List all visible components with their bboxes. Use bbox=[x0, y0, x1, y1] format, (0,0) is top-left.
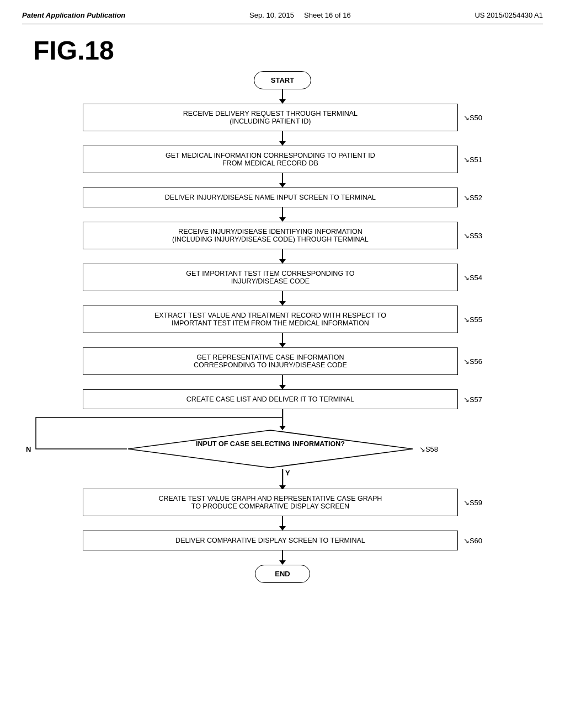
step-s52-box: DELIVER INJURY/DISEASE NAME INPUT SCREEN… bbox=[83, 188, 458, 207]
step-s60-label: ↘S60 bbox=[463, 537, 482, 545]
step-s58-diamond: INPUT OF CASE SELECTING INFORMATION? bbox=[127, 429, 414, 469]
step-row-s52: DELIVER INJURY/DISEASE NAME INPUT SCREEN… bbox=[22, 188, 543, 207]
connector-line bbox=[282, 333, 283, 343]
feedback-loop-section: N INPUT OF CASE SELECTING INFORMATION? ↘… bbox=[73, 409, 492, 489]
step-s55-box: EXTRACT TEST VALUE AND TREATMENT RECORD … bbox=[83, 306, 458, 333]
step-s60-text: DELIVER COMPARATIVE DISPLAY SCREEN TO TE… bbox=[175, 537, 365, 544]
step-s59-label: ↘S59 bbox=[463, 499, 482, 507]
step-s52-label: ↘S52 bbox=[463, 194, 482, 202]
arrow bbox=[279, 301, 286, 306]
arrow bbox=[279, 343, 286, 347]
arrow bbox=[279, 183, 286, 188]
y-connector: Y bbox=[73, 469, 492, 489]
svg-marker-0 bbox=[128, 430, 413, 468]
feedback-connector: N bbox=[73, 409, 492, 429]
step-s54-box: GET IMPORTANT TEST ITEM CORRESPONDING TO… bbox=[83, 264, 458, 291]
step-s57-box: CREATE CASE LIST AND DELIVER IT TO TERMI… bbox=[83, 389, 458, 409]
header-date-sheet: Sep. 10, 2015 Sheet 16 of 16 bbox=[249, 11, 351, 19]
step-row-s51: GET MEDICAL INFORMATION CORRESPONDING TO… bbox=[22, 146, 543, 173]
arrow bbox=[279, 217, 286, 222]
arrow bbox=[279, 259, 286, 264]
flowchart: START RECEIVE DELIVERY REQUEST THROUGH T… bbox=[22, 71, 543, 583]
connector-line bbox=[282, 516, 283, 526]
arrow bbox=[279, 141, 286, 146]
connector-line bbox=[282, 291, 283, 301]
step-s50-label: ↘S50 bbox=[463, 114, 482, 122]
step-s55-text: EXTRACT TEST VALUE AND TREATMENT RECORD … bbox=[154, 312, 386, 327]
step-s53-box: RECEIVE INJURY/DISEASE IDENTIFYING INFOR… bbox=[83, 222, 458, 249]
step-row-s58: INPUT OF CASE SELECTING INFORMATION? ↘S5… bbox=[73, 429, 492, 469]
connector-line bbox=[282, 249, 283, 259]
connector-line bbox=[282, 173, 283, 183]
page-header: Patent Application Publication Sep. 10, … bbox=[22, 11, 543, 24]
step-s51-box: GET MEDICAL INFORMATION CORRESPONDING TO… bbox=[83, 146, 458, 173]
svg-text:INPUT OF CASE SELECTING INFORM: INPUT OF CASE SELECTING INFORMATION? bbox=[196, 440, 345, 448]
v-line bbox=[282, 469, 283, 485]
step-s58-label: ↘S58 bbox=[419, 445, 438, 453]
start-oval: START bbox=[254, 71, 311, 89]
step-row-s56: GET REPRESENTATIVE CASE INFORMATIONCORRE… bbox=[22, 347, 543, 375]
end-oval: END bbox=[255, 565, 310, 583]
step-s59-text: CREATE TEST VALUE GRAPH AND REPRESENTATI… bbox=[158, 495, 382, 510]
step-s54-label: ↘S54 bbox=[463, 274, 482, 282]
step-s59-box: CREATE TEST VALUE GRAPH AND REPRESENTATI… bbox=[83, 489, 458, 516]
arrow bbox=[279, 99, 286, 104]
step-row-s50: RECEIVE DELIVERY REQUEST THROUGH TERMINA… bbox=[22, 104, 543, 131]
step-s53-text: RECEIVE INJURY/DISEASE IDENTIFYING INFOR… bbox=[172, 228, 369, 243]
y-label: Y bbox=[285, 469, 290, 477]
step-s50-text: RECEIVE DELIVERY REQUEST THROUGH TERMINA… bbox=[183, 110, 358, 125]
step-s54-text: GET IMPORTANT TEST ITEM CORRESPONDING TO… bbox=[186, 270, 354, 285]
connector-line bbox=[282, 375, 283, 385]
step-s50-box: RECEIVE DELIVERY REQUEST THROUGH TERMINA… bbox=[83, 104, 458, 131]
connector-line bbox=[282, 550, 283, 560]
step-s57-label: ↘S57 bbox=[463, 395, 482, 404]
step-s51-text: GET MEDICAL INFORMATION CORRESPONDING TO… bbox=[166, 152, 375, 167]
step-s60-box: DELIVER COMPARATIVE DISPLAY SCREEN TO TE… bbox=[83, 531, 458, 550]
step-s52-text: DELIVER INJURY/DISEASE NAME INPUT SCREEN… bbox=[165, 194, 376, 201]
step-row-s53: RECEIVE INJURY/DISEASE IDENTIFYING INFOR… bbox=[22, 222, 543, 249]
step-s53-label: ↘S53 bbox=[463, 232, 482, 240]
figure-title: FIG.18 bbox=[33, 35, 543, 66]
step-s56-label: ↘S56 bbox=[463, 357, 482, 366]
step-row-s54: GET IMPORTANT TEST ITEM CORRESPONDING TO… bbox=[22, 264, 543, 291]
connector-line bbox=[282, 89, 283, 99]
arrow bbox=[279, 526, 286, 531]
connector-line bbox=[282, 207, 283, 217]
header-publication: Patent Application Publication bbox=[22, 11, 125, 19]
step-s55-label: ↘S55 bbox=[463, 315, 482, 324]
step-row-s55: EXTRACT TEST VALUE AND TREATMENT RECORD … bbox=[22, 306, 543, 333]
page: Patent Application Publication Sep. 10, … bbox=[0, 0, 565, 728]
v-line bbox=[282, 409, 283, 426]
step-s57-text: CREATE CASE LIST AND DELIVER IT TO TERMI… bbox=[186, 395, 354, 403]
step-row-s57: CREATE CASE LIST AND DELIVER IT TO TERMI… bbox=[22, 389, 543, 409]
step-s56-box: GET REPRESENTATIVE CASE INFORMATIONCORRE… bbox=[83, 347, 458, 375]
connector-line bbox=[282, 131, 283, 141]
step-s51-label: ↘S51 bbox=[463, 156, 482, 164]
arrow bbox=[279, 560, 286, 565]
step-row-s60: DELIVER COMPARATIVE DISPLAY SCREEN TO TE… bbox=[22, 531, 543, 550]
header-patent-number: US 2015/0254430 A1 bbox=[475, 11, 543, 19]
step-row-s59: CREATE TEST VALUE GRAPH AND REPRESENTATI… bbox=[22, 489, 543, 516]
step-s56-text: GET REPRESENTATIVE CASE INFORMATIONCORRE… bbox=[194, 354, 347, 369]
arrow bbox=[279, 385, 286, 389]
